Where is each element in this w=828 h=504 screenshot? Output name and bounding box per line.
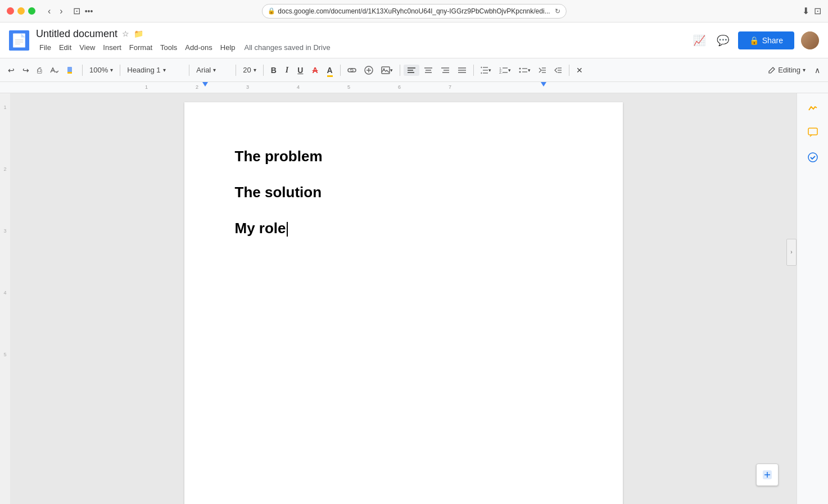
align-left-button[interactable] [404, 65, 419, 76]
numbered-list-button[interactable]: 1.2. ▾ [496, 64, 514, 76]
zoom-chevron: ▾ [110, 67, 113, 73]
star-icon[interactable]: ☆ [122, 29, 129, 38]
right-margin-marker[interactable] [541, 82, 546, 87]
back-button[interactable]: ‹ [44, 5, 54, 17]
meet-button[interactable]: 📈 [691, 32, 708, 49]
italic-button[interactable]: I [282, 63, 292, 77]
minimize-button[interactable] [17, 7, 25, 15]
lock-icon: 🔒 [268, 7, 275, 15]
font-chevron: ▾ [213, 67, 216, 73]
size-select[interactable]: 20 ▾ [239, 63, 259, 76]
separator-9 [569, 65, 569, 76]
sidebar-expand-button[interactable]: › [786, 239, 797, 266]
align-center-button[interactable] [420, 65, 436, 76]
document-area[interactable]: The problem The solution My role [10, 93, 797, 504]
menu-format[interactable]: Format [126, 42, 156, 53]
close-button[interactable] [7, 7, 14, 15]
justify-button[interactable] [454, 65, 470, 76]
link-button[interactable] [344, 65, 360, 76]
indent-increase-button[interactable] [551, 65, 565, 76]
separator-8 [473, 65, 474, 76]
spellcheck-button[interactable] [46, 63, 62, 77]
heading-2-text: The solution [235, 184, 322, 201]
tab-menu-button[interactable]: ••• [85, 7, 93, 16]
zoom-value: 100% [89, 66, 108, 74]
ruler: 1 2 3 4 5 6 7 [0, 82, 828, 93]
address-bar[interactable]: 🔒 docs.google.com/document/d/1K13XuRyhc0… [261, 4, 566, 19]
title-bar: ‹ › ⊡ ••• 🔒 docs.google.com/document/d/1… [0, 0, 828, 22]
menu-insert[interactable]: Insert [99, 42, 125, 53]
font-select[interactable]: Arial ▾ [193, 63, 232, 76]
saved-status: All changes saved in Drive [245, 43, 331, 52]
line-num-4: 4 [3, 290, 6, 296]
menu-help[interactable]: Help [217, 42, 239, 53]
indent-marker[interactable] [202, 82, 208, 87]
lock-share-icon: 🔒 [749, 36, 759, 45]
indent-decrease-button[interactable] [535, 65, 550, 76]
heading-2[interactable]: The solution [235, 183, 572, 202]
menu-view[interactable]: View [76, 42, 98, 53]
menu-tools[interactable]: Tools [157, 42, 180, 53]
comments-button[interactable]: 💬 [714, 32, 731, 49]
insert-button[interactable] [361, 63, 377, 77]
doc-title-area: Untitled document ☆ 📁 File Edit View Ins… [36, 28, 691, 53]
paintformat-button[interactable] [63, 63, 79, 77]
editing-label: Editing [778, 66, 800, 74]
align-right-button[interactable] [437, 65, 453, 76]
highlight-button[interactable]: A [323, 63, 337, 77]
clear-formatting-button[interactable]: ✕ [573, 63, 586, 77]
svg-rect-2 [15, 39, 23, 40]
style-value: Heading 1 [127, 66, 160, 74]
reload-button[interactable]: ↻ [555, 7, 560, 15]
forward-button[interactable]: › [56, 5, 66, 17]
sidebar-toggle-button[interactable]: ⊡ [73, 6, 80, 16]
fullscreen-button[interactable]: ⊡ [814, 6, 821, 16]
print-button[interactable]: ⎙ [34, 63, 45, 77]
separator-4 [236, 65, 236, 76]
font-value: Arial [196, 66, 211, 74]
editing-mode-button[interactable]: Editing ▾ [763, 63, 810, 76]
svg-point-33 [519, 71, 521, 72]
maximize-button[interactable] [28, 7, 35, 15]
heading-1-text: The problem [235, 148, 323, 165]
menu-file[interactable]: File [36, 42, 55, 53]
menu-edit[interactable]: Edit [56, 42, 75, 53]
download-button[interactable]: ⬇ [802, 6, 809, 16]
zoom-select[interactable]: 100% ▾ [86, 63, 116, 76]
ruler-mark-3: 3 [246, 84, 249, 90]
style-select[interactable]: Heading 1 ▾ [124, 63, 185, 76]
line-num-3: 3 [3, 228, 6, 234]
line-num-5: 5 [3, 352, 6, 357]
folder-icon[interactable]: 📁 [134, 29, 143, 38]
heading-3[interactable]: My role [235, 219, 572, 238]
menu-addons[interactable]: Add-ons [182, 42, 215, 53]
editing-chevron: ▾ [803, 67, 806, 73]
bold-button[interactable]: B [267, 63, 280, 77]
avatar[interactable] [801, 31, 819, 49]
comment-sidebar-icon[interactable] [803, 122, 823, 143]
style-chevron: ▾ [163, 67, 166, 73]
line-spacing-button[interactable]: ▾ [477, 64, 495, 76]
undo-button[interactable]: ↩ [4, 63, 18, 77]
strikethrough-button[interactable]: A [308, 63, 322, 77]
document-title[interactable]: Untitled document [36, 28, 117, 40]
ruler-mark-7: 7 [449, 84, 451, 90]
text-cursor [287, 222, 288, 237]
svg-point-42 [808, 153, 817, 162]
share-button[interactable]: 🔒 Share [738, 31, 794, 49]
check-sidebar-icon[interactable] [803, 147, 823, 167]
underline-button[interactable]: U [293, 63, 307, 77]
assistant-icon [762, 469, 773, 480]
svg-rect-3 [15, 41, 23, 42]
image-button[interactable]: ▾ [378, 64, 396, 76]
collapse-toolbar-button[interactable]: ∧ [811, 63, 824, 77]
activity-sidebar-icon[interactable] [803, 98, 823, 118]
svg-point-31 [519, 67, 521, 69]
bullet-list-button[interactable]: ▾ [515, 64, 534, 76]
redo-button[interactable]: ↪ [19, 63, 33, 77]
ruler-mark-2: 2 [196, 84, 198, 90]
separator-1 [82, 65, 83, 76]
gdocs-logo [9, 30, 29, 51]
separator-2 [120, 65, 120, 76]
heading-1[interactable]: The problem [235, 147, 572, 166]
